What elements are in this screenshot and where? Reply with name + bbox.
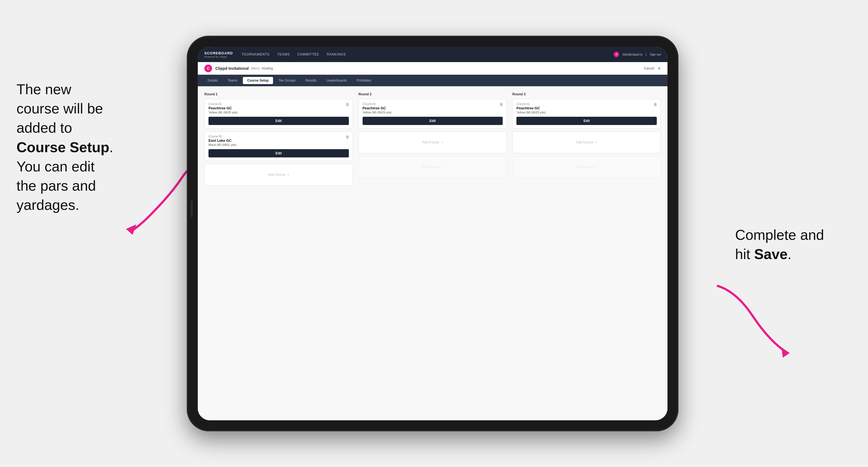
nav-bar: SCOREBOARD Powered by clippd TOURNAMENTS… bbox=[198, 47, 668, 62]
course-a-name: Peachtree GC bbox=[209, 106, 349, 110]
tablet-screen: SCOREBOARD Powered by clippd TOURNAMENTS… bbox=[198, 47, 668, 420]
annotation-left: The new course will be added to Course S… bbox=[17, 80, 114, 215]
round-2-add-course-disabled: Add Course + bbox=[359, 156, 507, 178]
tab-teams[interactable]: Teams bbox=[223, 77, 242, 84]
round-3-label: Round 3 bbox=[512, 92, 661, 96]
round-3-course-a-detail: Yellow (M) (6629 yds) bbox=[517, 111, 657, 114]
round-1-course-a-card: (Course A) Peachtree GC Yellow (M) (6629… bbox=[205, 99, 353, 129]
round-1-course-b-card: (Course B) East Lake GC Black (M) (6891 … bbox=[205, 131, 353, 161]
round-2-course-a-label: (Course A) bbox=[363, 102, 503, 105]
nav-rankings[interactable]: RANKINGS bbox=[327, 53, 346, 56]
round-3-add-course-disabled: Add Course + bbox=[512, 156, 661, 178]
course-a-label: (Course A) bbox=[209, 102, 349, 105]
nav-committee[interactable]: COMMITTEE bbox=[298, 53, 319, 56]
nav-logo-sub: Powered by clippd bbox=[205, 56, 233, 58]
round-3-course-a-card: (Course A) Peachtree GC Yellow (M) (6629… bbox=[512, 99, 661, 129]
round-1-label: Round 1 bbox=[205, 92, 353, 96]
nav-teams[interactable]: TEAMS bbox=[277, 53, 289, 56]
round-2-add-course-text: Add Course + bbox=[422, 141, 443, 144]
tab-leaderboards[interactable]: Leaderboards bbox=[322, 77, 351, 84]
course-b-detail: Black (M) (6891 yds) bbox=[209, 143, 349, 147]
nav-logo: SCOREBOARD Powered by clippd bbox=[205, 51, 233, 58]
round-2-course-a-detail: Yellow (M) (6629 yds) bbox=[363, 111, 503, 114]
tab-course-setup[interactable]: Course Setup bbox=[243, 77, 273, 84]
round-2-course-a-edit-button[interactable]: Edit bbox=[363, 117, 503, 125]
round-2-column: Round 2 (Course A) Peachtree GC Yellow (… bbox=[359, 92, 507, 188]
annotation-right: Complete and hit Save. bbox=[735, 225, 824, 264]
round-3-add-course-disabled-text: Add Course + bbox=[576, 165, 597, 169]
tabs-bar: Details Teams Course Setup Tee Groups Re… bbox=[198, 75, 668, 86]
round-2-course-a-delete-icon[interactable]: 🗑 bbox=[499, 102, 504, 107]
round-1-course-b-edit-button[interactable]: Edit bbox=[209, 149, 349, 157]
sub-header-status: Hosting bbox=[262, 66, 273, 70]
tab-tee-groups[interactable]: Tee Groups bbox=[274, 77, 300, 84]
rounds-grid: Round 1 (Course A) Peachtree GC Yellow (… bbox=[205, 92, 661, 188]
nav-logo-text: SCOREBOARD bbox=[205, 51, 233, 55]
course-a-detail: Yellow (M) (6629 yds) bbox=[209, 111, 349, 114]
round-1-add-course-button[interactable]: Add Course + bbox=[205, 164, 353, 186]
round-1-column: Round 1 (Course A) Peachtree GC Yellow (… bbox=[205, 92, 353, 188]
sub-header: C Clippd Invitational (Men) Hosting Canc… bbox=[198, 62, 668, 75]
round-3-course-a-name: Peachtree GC bbox=[517, 106, 657, 110]
course-b-label: (Course B) bbox=[209, 135, 349, 138]
nav-email: blair@clippd.io bbox=[622, 53, 642, 56]
svg-marker-1 bbox=[781, 347, 790, 358]
cancel-button[interactable]: Cancel bbox=[644, 66, 654, 70]
round-3-course-a-edit-button[interactable]: Edit bbox=[517, 117, 657, 125]
round-1-course-a-edit-button[interactable]: Edit bbox=[209, 117, 349, 125]
round-2-label: Round 2 bbox=[359, 92, 507, 96]
round-3-course-a-label: (Course A) bbox=[517, 102, 657, 105]
round-1-course-b-delete-icon[interactable]: 🗑 bbox=[345, 134, 350, 139]
round-2-add-course-disabled-text: Add Course + bbox=[422, 165, 443, 169]
svg-marker-0 bbox=[126, 224, 138, 236]
sub-header-right: Cancel ✕ bbox=[644, 66, 661, 71]
round-3-add-course-text: Add Course + bbox=[576, 141, 597, 144]
round-3-add-course-button[interactable]: Add Course + bbox=[512, 131, 661, 153]
round-2-course-a-card: (Course A) Peachtree GC Yellow (M) (6629… bbox=[359, 99, 507, 129]
round-1-add-course-text: Add Course + bbox=[268, 173, 289, 177]
tab-results[interactable]: Results bbox=[301, 77, 321, 84]
round-3-column: Round 3 (Course A) Peachtree GC Yellow (… bbox=[512, 92, 661, 188]
sub-header-badge: (Men) bbox=[251, 66, 259, 70]
nav-signout[interactable]: Sign out bbox=[650, 53, 661, 56]
course-b-name: East Lake GC bbox=[209, 138, 349, 143]
sub-header-title: Clippd Invitational bbox=[215, 66, 249, 71]
close-icon[interactable]: ✕ bbox=[658, 66, 661, 71]
tablet-side-button bbox=[191, 200, 193, 217]
round-3-course-a-delete-icon[interactable]: 🗑 bbox=[653, 102, 658, 107]
nav-avatar: B bbox=[614, 52, 619, 57]
nav-tournaments[interactable]: TOURNAMENTS bbox=[242, 53, 270, 56]
round-2-course-a-name: Peachtree GC bbox=[363, 106, 503, 110]
tab-details[interactable]: Details bbox=[203, 77, 222, 84]
round-1-course-a-delete-icon[interactable]: 🗑 bbox=[345, 102, 350, 107]
tab-printables[interactable]: Printables bbox=[352, 77, 375, 84]
arrow-right-icon bbox=[714, 283, 802, 360]
main-content: Round 1 (Course A) Peachtree GC Yellow (… bbox=[198, 86, 668, 420]
nav-links: TOURNAMENTS TEAMS COMMITTEE RANKINGS bbox=[242, 53, 614, 56]
round-2-add-course-button[interactable]: Add Course + bbox=[359, 131, 507, 153]
tablet-frame: SCOREBOARD Powered by clippd TOURNAMENTS… bbox=[187, 36, 679, 431]
nav-right: B blair@clippd.io | Sign out bbox=[614, 52, 661, 57]
sub-header-logo-icon: C bbox=[205, 65, 212, 72]
